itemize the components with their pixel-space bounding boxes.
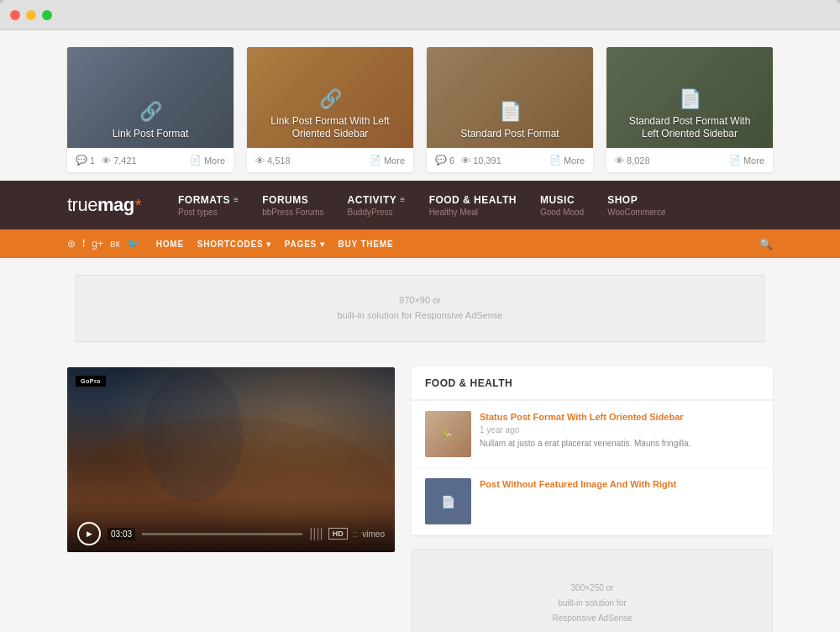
more-link-3[interactable]: 📄 More bbox=[549, 155, 585, 166]
card-link-post-sidebar[interactable]: 🔗 Link Post Format With Left Oriented Si… bbox=[247, 47, 413, 172]
nav-item-forums[interactable]: FORUMS bbPress Forums bbox=[250, 181, 335, 229]
eye-icon-3: 👁 bbox=[461, 155, 470, 166]
food-health-title: FOOD & HEALTH bbox=[412, 367, 773, 401]
more-link[interactable]: 📄 More bbox=[190, 155, 225, 166]
minimize-button[interactable] bbox=[26, 10, 36, 20]
main-content: GoPro ▶ 03:03 |||| HD :: bbox=[0, 359, 840, 632]
post-info-1: Status Post Format With Left Oriented Si… bbox=[480, 411, 690, 457]
card-standard-post-sidebar[interactable]: 📄 Standard Post Format With Left Oriente… bbox=[606, 47, 773, 172]
bars-icon: |||| bbox=[309, 526, 323, 541]
close-button[interactable] bbox=[10, 10, 20, 20]
twitter-icon[interactable]: 🐦 bbox=[127, 238, 139, 250]
card-1-content: 🔗 Link Post Format bbox=[67, 94, 234, 148]
card-4-content: 📄 Standard Post Format With Left Oriente… bbox=[606, 82, 773, 148]
ad-line2: built-in solution for Responsive AdSense bbox=[338, 308, 503, 324]
vimeo-logo: vimeo bbox=[362, 529, 385, 539]
nav-buy-theme[interactable]: BUY THEME bbox=[338, 240, 393, 249]
main-navigation: truemag* FORMATS ≡ Post types bbox=[0, 181, 840, 229]
nav-item-shop[interactable]: SHOP WooCommerce bbox=[596, 181, 677, 229]
doc-icon-more-4: 📄 bbox=[729, 155, 741, 166]
nav-music-sub: Good Mood bbox=[540, 208, 584, 217]
nav-shortcodes[interactable]: SHORTCODES ▾ bbox=[197, 240, 271, 249]
nav-item-activity[interactable]: ACTIVITY ≡ BuddyPress bbox=[336, 181, 417, 229]
video-controls: ▶ 03:03 |||| HD :: vimeo bbox=[67, 515, 395, 552]
nav-activity-label: ACTIVITY ≡ bbox=[348, 194, 406, 206]
post-thumb-1: 🏡 bbox=[425, 411, 471, 457]
doc-thumb-icon: 📄 bbox=[441, 495, 455, 508]
post-excerpt-1: Nullam at justo a erat placerat venenati… bbox=[480, 438, 690, 450]
card-1-image: 🔗 Link Post Format bbox=[67, 47, 234, 148]
main-left-column: GoPro ▶ 03:03 |||| HD :: bbox=[67, 367, 395, 632]
card-2-image: 🔗 Link Post Format With Left Oriented Si… bbox=[247, 47, 413, 148]
view-value: 7,421 bbox=[113, 155, 137, 166]
video-card: GoPro ▶ 03:03 |||| HD :: bbox=[67, 367, 395, 552]
ad-small-line1: 300×250 or bbox=[571, 581, 614, 596]
nav-shop-sub: WooCommerce bbox=[607, 208, 665, 217]
nav-music-inner: MUSIC Good Mood bbox=[540, 194, 584, 217]
nav-item-music[interactable]: MUSIC Good Mood bbox=[528, 181, 596, 229]
nav-formats-sub: Post types bbox=[178, 208, 239, 217]
nav-pages[interactable]: PAGES ▾ bbox=[285, 240, 325, 249]
secondary-navigation: ⊛ f g+ вк 🐦 HOME SHORTCODES ▾ PAGES ▾ BU… bbox=[0, 229, 840, 258]
play-button[interactable]: ▶ bbox=[77, 522, 101, 545]
post-title-2[interactable]: Post Without Featured Image And With Rig… bbox=[480, 478, 676, 490]
post-info-2: Post Without Featured Image And With Rig… bbox=[480, 478, 676, 524]
comment-count-3: 💬 6 bbox=[435, 155, 454, 166]
nav-music-label: MUSIC bbox=[540, 194, 584, 206]
post-title-1[interactable]: Status Post Format With Left Oriented Si… bbox=[480, 411, 690, 423]
nav-item-food-health[interactable]: FOOD & HEALTH Healthy Meal bbox=[417, 181, 528, 229]
time-display: 03:03 bbox=[108, 528, 135, 540]
nav-home[interactable]: HOME bbox=[156, 240, 184, 249]
card-3-content: 📄 Standard Post Format bbox=[427, 94, 593, 148]
facebook-icon[interactable]: f bbox=[82, 238, 85, 250]
card-3-title: Standard Post Format bbox=[433, 128, 586, 141]
nav-activity-sub: BuddyPress bbox=[348, 208, 406, 217]
card-2-meta: 👁 4,518 📄 More bbox=[247, 148, 413, 172]
nav-formats-label: FORMATS ≡ bbox=[178, 194, 239, 206]
doc-icon: 📄 bbox=[190, 155, 202, 166]
progress-bar[interactable] bbox=[142, 533, 302, 535]
doc-icon-3: 📄 bbox=[433, 101, 586, 123]
nav-food-inner: FOOD & HEALTH Healthy Meal bbox=[429, 194, 517, 217]
card-link-post[interactable]: 🔗 Link Post Format 💬 1 👁 7,421 bbox=[67, 47, 234, 172]
ad-banner-section: 970×90 or built-in solution for Responsi… bbox=[0, 258, 840, 359]
comment-count: 💬 1 bbox=[76, 155, 95, 166]
card-2-title: Link Post Format With Left Oriented Side… bbox=[254, 115, 407, 141]
svg-point-1 bbox=[143, 367, 244, 502]
card-standard-post[interactable]: 📄 Standard Post Format 💬 6 👁 10,391 bbox=[427, 47, 593, 172]
site-logo[interactable]: truemag* bbox=[67, 181, 141, 229]
rss-icon[interactable]: ⊛ bbox=[67, 238, 76, 250]
post-thumb-2: 📄 bbox=[425, 478, 471, 524]
activity-menu-icon: ≡ bbox=[400, 195, 405, 204]
card-1-meta: 💬 1 👁 7,421 📄 More bbox=[67, 148, 234, 172]
main-right-column: FOOD & HEALTH 🏡 Status Post Format With … bbox=[412, 367, 773, 632]
view-count-2: 👁 4,518 bbox=[255, 155, 291, 166]
more-link-2[interactable]: 📄 More bbox=[370, 155, 405, 166]
nav-item-formats[interactable]: FORMATS ≡ Post types bbox=[166, 181, 250, 229]
ad-line1: 970×90 or bbox=[399, 293, 441, 308]
view-value-3: 10,391 bbox=[473, 155, 501, 166]
card-3-meta: 💬 6 👁 10,391 📄 More bbox=[427, 148, 593, 172]
view-value-2: 4,518 bbox=[267, 155, 291, 166]
browser-content: 🔗 Link Post Format 💬 1 👁 7,421 bbox=[0, 30, 840, 632]
card-3-image: 📄 Standard Post Format bbox=[427, 47, 593, 148]
search-icon[interactable]: 🔍 bbox=[759, 238, 773, 250]
more-link-4[interactable]: 📄 More bbox=[729, 155, 764, 166]
vk-icon[interactable]: вк bbox=[110, 238, 120, 250]
googleplus-icon[interactable]: g+ bbox=[92, 238, 103, 250]
browser-window: 🔗 Link Post Format 💬 1 👁 7,421 bbox=[0, 0, 840, 632]
nav-forums-inner: FORUMS bbPress Forums bbox=[262, 194, 323, 217]
comment-icon: 💬 bbox=[76, 155, 87, 166]
cards-section: 🔗 Link Post Format 💬 1 👁 7,421 bbox=[0, 30, 840, 181]
comment-value-3: 6 bbox=[449, 155, 454, 166]
nav-forums-label: FORUMS bbox=[262, 194, 323, 206]
doc-icon-more-3: 📄 bbox=[549, 155, 561, 166]
nav-forums-sub: bbPress Forums bbox=[262, 208, 323, 217]
gopro-badge: GoPro bbox=[76, 376, 106, 387]
maximize-button[interactable] bbox=[42, 10, 52, 20]
ad-small-line3: Responsive AdSense bbox=[552, 611, 632, 626]
eye-icon: 👁 bbox=[102, 155, 111, 166]
social-icons: ⊛ f g+ вк 🐦 bbox=[67, 238, 139, 250]
nav-food-label: FOOD & HEALTH bbox=[429, 194, 517, 206]
browser-titlebar bbox=[0, 0, 840, 30]
